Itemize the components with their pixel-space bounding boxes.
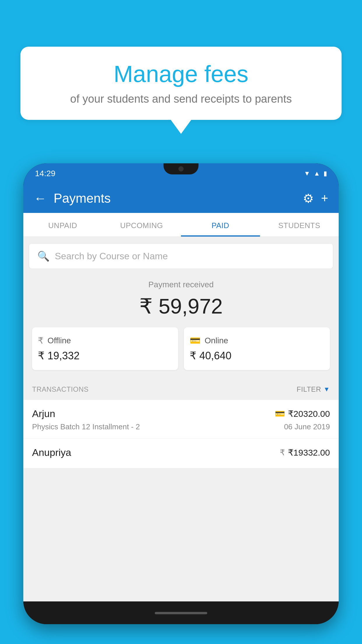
online-payment-icon: 💳 (275, 409, 285, 419)
payment-received-label: Payment received (29, 280, 333, 289)
tab-upcoming[interactable]: UPCOMING (102, 213, 181, 237)
online-label: Online (205, 336, 228, 345)
offline-icon: ₹ (38, 335, 43, 346)
offline-label: Offline (48, 336, 71, 345)
offline-payment-icon: ₹ (280, 448, 285, 457)
payment-summary: Payment received ₹ 59,972 ₹ Offline ₹ 19… (23, 268, 339, 379)
speech-bubble: Manage fees of your students and send re… (20, 47, 342, 120)
camera-dot (178, 166, 184, 172)
signal-icon: ▲ (314, 170, 320, 177)
search-input[interactable]: Search by Course or Name (55, 251, 168, 262)
wifi-icon: ▼ (304, 170, 310, 177)
transaction-name: Arjun (32, 408, 55, 419)
phone-container: 14:29 ▼ ▲ ▮ ← Payments ⚙ + UNPAID (23, 163, 339, 644)
payment-cards: ₹ Offline ₹ 19,332 💳 Online ₹ 40,640 (29, 327, 333, 370)
tab-unpaid[interactable]: UNPAID (23, 213, 102, 237)
transaction-amount-wrap: 💳 ₹20320.00 (275, 409, 330, 419)
transaction-top: Anupriya ₹ ₹19332.00 (32, 447, 330, 458)
offline-amount: ₹ 19,332 (38, 350, 172, 362)
phone-frame: 14:29 ▼ ▲ ▮ ← Payments ⚙ + UNPAID (23, 163, 339, 624)
transaction-bottom: Physics Batch 12 Installment - 2 06 June… (32, 422, 330, 431)
tab-paid[interactable]: PAID (181, 213, 260, 237)
payment-total-amount: ₹ 59,972 (29, 294, 333, 318)
transaction-top: Arjun 💳 ₹20320.00 (32, 408, 330, 419)
add-icon[interactable]: + (321, 191, 328, 205)
transaction-amount: ₹20320.00 (288, 409, 330, 419)
tab-students[interactable]: STUDENTS (260, 213, 339, 237)
filter-label: FILTER (297, 385, 321, 393)
table-row[interactable]: Anupriya ₹ ₹19332.00 (23, 439, 339, 468)
search-icon: 🔍 (37, 250, 50, 262)
settings-icon[interactable]: ⚙ (303, 191, 314, 206)
online-payment-card: 💳 Online ₹ 40,640 (184, 327, 330, 370)
online-amount: ₹ 40,640 (190, 350, 324, 362)
filter-icon: ▼ (324, 386, 330, 393)
transaction-amount-wrap: ₹ ₹19332.00 (280, 447, 330, 458)
status-time: 14:29 (35, 169, 55, 178)
page-title: Payments (54, 191, 303, 206)
home-indicator (155, 612, 207, 614)
phone-screen: 🔍 Search by Course or Name Payment recei… (23, 237, 339, 601)
transactions-label: TRANSACTIONS (32, 385, 89, 393)
battery-icon: ▮ (324, 170, 327, 177)
status-bar: 14:29 ▼ ▲ ▮ (23, 163, 339, 184)
status-icons: ▼ ▲ ▮ (304, 170, 327, 177)
search-bar[interactable]: 🔍 Search by Course or Name (29, 244, 333, 268)
offline-card-header: ₹ Offline (38, 335, 172, 346)
filter-button[interactable]: FILTER ▼ (297, 385, 330, 393)
notch (164, 163, 198, 174)
transaction-date: 06 June 2019 (284, 422, 330, 431)
online-card-header: 💳 Online (190, 335, 324, 346)
offline-payment-card: ₹ Offline ₹ 19,332 (32, 327, 178, 370)
app-header: ← Payments ⚙ + (23, 184, 339, 213)
header-actions: ⚙ + (303, 191, 328, 206)
online-icon: 💳 (190, 335, 201, 346)
phone-bottom-bar (23, 601, 339, 624)
tabs-bar: UNPAID UPCOMING PAID STUDENTS (23, 213, 339, 237)
transaction-list: Arjun 💳 ₹20320.00 Physics Batch 12 Insta… (23, 400, 339, 468)
transaction-course: Physics Batch 12 Installment - 2 (32, 422, 140, 431)
bubble-title: Manage fees (38, 61, 324, 87)
back-button[interactable]: ← (34, 191, 47, 206)
transaction-amount: ₹19332.00 (288, 447, 330, 458)
transactions-header: TRANSACTIONS FILTER ▼ (23, 379, 339, 400)
transaction-name: Anupriya (32, 447, 71, 458)
table-row[interactable]: Arjun 💳 ₹20320.00 Physics Batch 12 Insta… (23, 400, 339, 439)
bubble-subtitle: of your students and send receipts to pa… (38, 93, 324, 105)
